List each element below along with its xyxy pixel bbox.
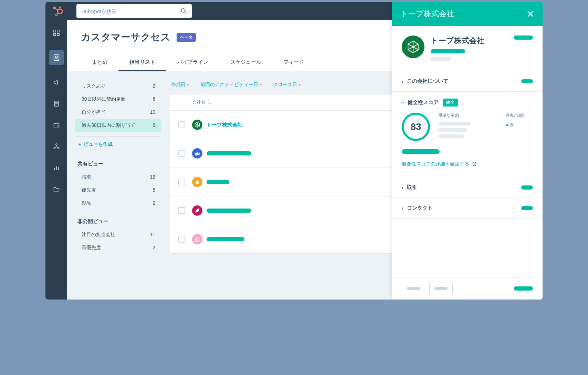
beta-badge: ベータ [177,33,196,42]
svg-rect-30 [195,238,199,242]
view-item[interactable]: 過去30日以内に割り当て6 [75,119,161,132]
chevron-right-icon: › [402,205,403,211]
trend-label: 過去7日間 [505,113,533,119]
row-checkbox[interactable] [178,150,185,157]
svg-rect-12 [57,33,59,36]
chevron-down-icon: › [400,102,406,103]
tab-0[interactable]: まとめ [81,55,118,71]
row-checkbox[interactable] [178,207,185,214]
section-badge [521,185,533,190]
column-company-name[interactable]: 会社名 ⇅ [192,99,416,105]
company-avatar [192,177,202,187]
hubspot-logo[interactable] [52,6,63,16]
filter-chip[interactable]: 前回のアクティビティー日 ▾ [200,82,262,88]
create-view-button[interactable]: ＋ ビューを作成 [75,136,161,152]
view-item[interactable]: 注目の担当会社11 [75,228,161,241]
svg-rect-11 [54,33,56,36]
view-item[interactable]: 自分が担当10 [75,106,161,119]
left-nav-rail [45,20,67,300]
company-name-link[interactable]: トープ株式会社 [207,122,243,128]
chevron-down-icon: ▾ [260,82,262,88]
search-input[interactable] [81,8,181,14]
redacted-text [207,209,251,213]
section-about[interactable]: ›この会社について [392,71,543,91]
nav-contacts-icon[interactable] [49,50,64,65]
company-avatar [192,148,202,159]
private-views-heading: 非公開ビュー [75,210,161,228]
nav-grid-icon[interactable] [52,29,61,37]
view-item[interactable]: 30日以内に契約更新6 [75,93,161,106]
health-score-circle: 83 [402,113,430,141]
sort-icon: ⇅ [206,100,211,105]
company-name: トープ株式会社 [431,36,507,46]
svg-rect-9 [54,30,56,32]
nav-document-icon[interactable] [52,100,61,108]
panel-title: トープ株式会社 [400,9,454,19]
nav-folder-icon[interactable] [52,185,61,193]
company-detail-panel: トープ株式会社 トープ株式会社 ›この会社について [392,2,543,300]
search-icon [181,8,187,14]
redacted-text [402,149,440,154]
company-avatar [192,205,202,216]
company-avatar [192,120,202,130]
redacted-text [207,151,251,155]
factor-label: 重要な要因 [438,113,497,119]
nav-wallet-icon[interactable] [52,121,61,129]
redacted-text [431,57,451,61]
view-item[interactable]: 請求12 [75,171,161,184]
health-detail-link[interactable]: 健全性スコアの詳細を確認する [402,161,533,167]
external-link-icon [472,162,477,166]
trend-value: 8 [505,122,533,128]
svg-point-20 [55,144,57,145]
chevron-down-icon: ▾ [187,82,189,88]
nav-megaphone-icon[interactable] [52,78,61,87]
svg-point-7 [181,9,185,12]
filter-chip[interactable]: 作成日 ▾ [171,82,189,88]
close-icon[interactable] [527,10,534,18]
nav-chart-icon[interactable] [52,164,61,172]
svg-point-6 [56,14,57,16]
company-avatar [192,234,202,244]
filter-chip[interactable]: クローズ日 ▾ [273,82,301,88]
section-badge [521,206,533,210]
section-badge [521,79,533,83]
view-item[interactable]: 製品2 [75,197,161,210]
redacted-text [207,180,229,184]
section-health[interactable]: › 健全性スコア 健全 [402,92,533,113]
redacted-text [431,49,465,53]
row-checkbox[interactable] [178,121,185,128]
redacted-text [438,122,471,125]
row-checkbox[interactable] [178,236,185,243]
svg-line-8 [185,12,187,14]
row-checkbox[interactable] [178,179,185,185]
footer-button-2[interactable] [429,283,453,294]
tab-3[interactable]: スケジュール [219,55,272,71]
views-sidebar: リスクあり230日以内に契約更新6自分が担当10過去30日以内に割り当て6 ＋ … [75,80,161,291]
view-item[interactable]: 高優先度2 [75,241,161,254]
redacted-text [207,237,244,241]
redacted-text [438,128,468,132]
chevron-right-icon: › [402,78,403,84]
view-item[interactable]: リスクあり2 [75,80,161,93]
footer-action-button[interactable] [514,286,533,291]
chevron-right-icon: › [402,184,403,190]
tab-4[interactable]: フィード [272,55,315,71]
nav-network-icon[interactable] [52,142,61,151]
chevron-down-icon: ▾ [298,82,301,88]
section-deals[interactable]: ›取引 [392,177,543,197]
page-title: カスタマーサクセス [81,31,170,44]
footer-button-1[interactable] [402,283,425,294]
redacted-text [438,134,464,138]
svg-rect-13 [54,55,59,61]
svg-point-4 [59,7,61,8]
view-item[interactable]: 優先度5 [75,184,161,197]
shared-views-heading: 共有ビュー [75,152,161,171]
section-contacts[interactable]: ›コンタクト [392,198,543,218]
company-avatar [402,36,424,58]
panel-action-button[interactable] [514,36,533,40]
tab-2[interactable]: パイプライン [166,55,219,71]
svg-point-14 [55,56,57,58]
search-box[interactable] [76,4,192,18]
health-status-pill: 健全 [443,99,458,107]
tab-1[interactable]: 担当リスト [118,55,166,71]
